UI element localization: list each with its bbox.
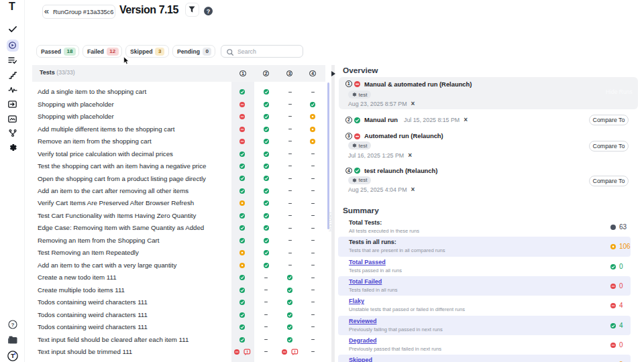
svg-text:T: T [10,352,14,359]
svg-text:?: ? [11,322,15,328]
svg-text:?: ? [207,8,211,15]
